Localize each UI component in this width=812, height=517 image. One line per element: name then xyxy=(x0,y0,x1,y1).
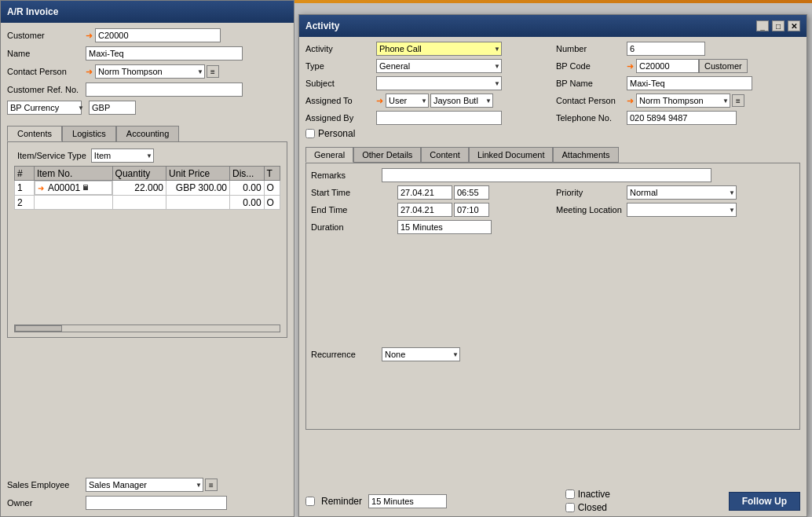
cell-row2-num: 2 xyxy=(15,196,35,210)
close-btn[interactable]: ✕ xyxy=(788,20,800,31)
end-time-input[interactable] xyxy=(454,203,489,217)
customer-ref-input[interactable] xyxy=(86,82,243,97)
bp-code-input[interactable] xyxy=(636,59,699,73)
scrollbar-thumb[interactable] xyxy=(15,325,62,332)
item-type-row: Item/Service Type Item xyxy=(17,148,277,163)
h-scrollbar[interactable] xyxy=(14,324,280,332)
tab-general[interactable]: General xyxy=(305,147,353,163)
user-name-select[interactable]: Jayson Butl xyxy=(430,94,493,108)
priority-select[interactable]: Normal xyxy=(627,185,737,200)
row1-item-no: A00001 xyxy=(48,182,80,193)
type-row: Type General xyxy=(305,59,550,73)
activity-tabs-area: General Other Details Content Linked Doc… xyxy=(299,147,807,430)
activity-form: Activity Phone Call Type General xyxy=(299,37,807,147)
reminder-input[interactable] xyxy=(368,494,447,508)
contact-arrow-icon: ➜ xyxy=(86,67,93,77)
sales-employee-select[interactable]: Sales Manager xyxy=(86,478,203,492)
number-label: Number xyxy=(556,44,627,53)
duration-input[interactable] xyxy=(397,220,492,234)
cell-row2-disc: 0.00 xyxy=(230,196,265,210)
meeting-location-select[interactable] xyxy=(627,203,737,217)
currency-label-select[interactable]: BP Currency xyxy=(7,101,82,115)
customer-label: Customer xyxy=(7,31,86,40)
invoice-tabs-row: Contents Logistics Accounting xyxy=(7,126,287,141)
name-input[interactable] xyxy=(86,46,243,60)
end-date-input[interactable] xyxy=(397,203,452,217)
recurrence-select-wrapper: None xyxy=(382,347,460,361)
telephone-input[interactable] xyxy=(627,111,737,125)
owner-input[interactable] xyxy=(86,496,227,510)
col-unit-price: Unit Price xyxy=(166,167,230,181)
remarks-input[interactable] xyxy=(382,168,711,182)
meeting-location-row: Meeting Location xyxy=(556,203,795,217)
sales-employee-info-btn[interactable]: ≡ xyxy=(205,478,218,491)
customer-input[interactable] xyxy=(95,28,221,42)
cell-row1-item[interactable]: ➜ A00001 🖩 xyxy=(35,181,112,195)
telephone-label: Telephone No. xyxy=(556,113,627,123)
user-select[interactable]: User xyxy=(386,94,429,108)
activity-fields-top: Activity Phone Call Type General xyxy=(305,42,800,142)
ar-invoice-titlebar: A/R Invoice xyxy=(1,1,294,23)
priority-label: Priority xyxy=(556,188,627,197)
meeting-location-select-wrapper xyxy=(627,203,737,217)
item-type-select[interactable]: Item xyxy=(91,148,154,163)
invoice-bottom: Sales Employee Sales Manager ≡ Owner xyxy=(1,474,294,516)
start-time-label: Start Time xyxy=(311,188,397,197)
personal-checkbox[interactable] xyxy=(305,129,315,138)
reminder-area: Reminder xyxy=(305,494,447,508)
end-time-row: End Time xyxy=(311,203,550,217)
table-row: 1 ➜ A00001 🖩 22.000 GBP 300.00 0.00 O xyxy=(15,181,280,196)
start-date-input[interactable] xyxy=(397,185,452,200)
remarks-row: Remarks xyxy=(311,168,795,182)
cell-row2-item xyxy=(34,196,112,210)
contact-person-info-btn[interactable]: ≡ xyxy=(207,65,219,78)
recurrence-select[interactable]: None xyxy=(382,347,460,361)
cell-row1-price: GBP 300.00 xyxy=(166,181,230,196)
number-input[interactable] xyxy=(627,42,705,56)
col-discount: Dis... xyxy=(230,167,265,181)
titlebar-controls: _ □ ✕ xyxy=(756,20,800,31)
assigned-to-arrow-icon: ➜ xyxy=(376,96,383,106)
bp-name-input[interactable] xyxy=(627,76,752,90)
remarks-label: Remarks xyxy=(311,170,382,180)
cell-row2-qty xyxy=(112,196,166,210)
bp-name-row: BP Name xyxy=(556,76,800,90)
number-row: Number xyxy=(556,42,800,56)
tab-logistics[interactable]: Logistics xyxy=(62,126,116,141)
maximize-btn[interactable]: □ xyxy=(772,20,785,31)
start-time-input[interactable] xyxy=(454,185,489,200)
empty-cell xyxy=(15,280,280,295)
tab-content[interactable]: Content xyxy=(421,147,469,163)
activity-titlebar: Activity _ □ ✕ xyxy=(299,15,807,37)
closed-checkbox[interactable] xyxy=(565,503,575,512)
owner-label: Owner xyxy=(7,498,86,508)
col-num: # xyxy=(15,167,35,181)
customer-row: Customer ➜ xyxy=(7,28,287,43)
tab-other-details[interactable]: Other Details xyxy=(353,147,421,163)
activity-select[interactable]: Phone Call xyxy=(376,42,502,56)
empty-cell xyxy=(15,295,280,309)
tab-accounting[interactable]: Accounting xyxy=(116,126,179,141)
act-contact-select[interactable]: Norm Thompson xyxy=(636,94,730,108)
currency-value-input[interactable] xyxy=(89,101,136,115)
activity-label: Activity xyxy=(305,44,376,53)
sales-employee-row: Sales Employee Sales Manager ≡ xyxy=(7,477,287,493)
tab-contents[interactable]: Contents xyxy=(7,126,62,141)
subject-select[interactable] xyxy=(376,76,502,90)
follow-up-btn[interactable]: Follow Up xyxy=(729,492,800,511)
customer-btn[interactable]: Customer xyxy=(699,59,748,73)
contact-person-select[interactable]: Norm Thompson xyxy=(95,64,205,79)
reminder-checkbox[interactable] xyxy=(305,497,315,506)
type-select[interactable]: General xyxy=(376,59,502,73)
col-item-no: Item No. xyxy=(34,167,112,181)
minimize-btn[interactable]: _ xyxy=(756,20,769,31)
subject-select-wrapper xyxy=(376,76,502,90)
ar-invoice-form: Customer ➜ Name Contact Person ➜ Norm Th… xyxy=(1,23,294,123)
inactive-checkbox[interactable] xyxy=(565,490,575,499)
tab-attachments[interactable]: Attachments xyxy=(553,147,618,163)
act-contact-info-btn[interactable]: ≡ xyxy=(732,94,744,107)
assigned-by-input[interactable] xyxy=(376,111,502,125)
bp-name-label: BP Name xyxy=(556,79,627,88)
tab-linked-document[interactable]: Linked Document xyxy=(469,147,554,163)
act-contact-select-wrapper: Norm Thompson xyxy=(636,94,730,108)
